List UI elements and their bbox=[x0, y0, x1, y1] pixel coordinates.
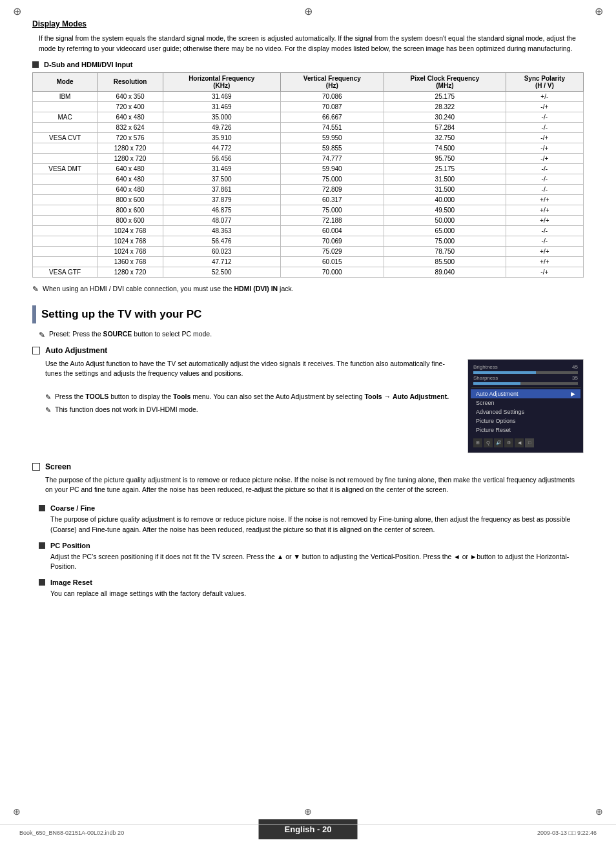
tools-note-item: ✎ Press the TOOLS button to display the … bbox=[45, 392, 457, 402]
table-cell-mode bbox=[33, 194, 98, 205]
pc-position-header: PC Position bbox=[39, 542, 584, 549]
table-cell-mode bbox=[33, 236, 98, 246]
table-cell-value: 44.772 bbox=[163, 143, 281, 153]
table-cell-value: 60.317 bbox=[280, 194, 384, 205]
display-modes-table: Mode Resolution Horizontal Frequency(KHz… bbox=[32, 72, 584, 278]
table-row: 800 x 60037.87960.31740.000+/+ bbox=[33, 194, 584, 205]
table-row: 640 x 48037.86172.80931.500-/- bbox=[33, 184, 584, 194]
table-cell-mode bbox=[33, 225, 98, 236]
top-center-crosshair-icon: ⊕ bbox=[304, 5, 313, 17]
table-cell-value: -/+ bbox=[506, 101, 583, 112]
table-cell-value: 59.855 bbox=[280, 143, 384, 153]
table-cell-mode bbox=[33, 246, 98, 256]
pc-position-label: PC Position bbox=[50, 542, 90, 549]
table-row: 1280 x 72056.45674.77795.750-/+ bbox=[33, 153, 584, 163]
auto-adjustment-subsection: Auto Adjustment Use the Auto Adjust func… bbox=[32, 346, 584, 453]
table-cell-value: 75.000 bbox=[280, 174, 384, 184]
table-row: 800 x 60046.87575.00049.500+/+ bbox=[33, 205, 584, 215]
table-cell-value: 66.667 bbox=[280, 112, 384, 122]
menu-auto-adjustment-item: Auto Adjustment ▶ bbox=[471, 389, 580, 398]
image-reset-label: Image Reset bbox=[50, 578, 92, 586]
screen-body: The purpose of the picture quality adjus… bbox=[45, 475, 584, 496]
menu-sharpness-label-row: Sharpness 35 bbox=[471, 374, 580, 382]
table-cell-value: 70.087 bbox=[280, 101, 384, 112]
table-cell-value: 32.750 bbox=[384, 132, 506, 143]
table-cell-value: 47.712 bbox=[163, 256, 281, 267]
table-cell-value: 49.500 bbox=[384, 205, 506, 215]
menu-sharpness-fill bbox=[473, 382, 520, 385]
table-cell-value: +/+ bbox=[506, 205, 583, 215]
table-cell-resolution: 640 x 480 bbox=[98, 112, 163, 122]
menu-icon-2: Q bbox=[484, 438, 493, 447]
table-cell-value: +/+ bbox=[506, 246, 583, 256]
page-footer: Book_650_BN68-02151A-00L02.indb 20 2009-… bbox=[0, 824, 616, 836]
table-cell-mode: VESA CVT bbox=[33, 132, 98, 143]
screen-body-text: The purpose of the picture quality adjus… bbox=[45, 475, 584, 496]
table-cell-value: 75.029 bbox=[280, 246, 384, 256]
screen-subsection: Screen The purpose of the picture qualit… bbox=[32, 462, 584, 496]
table-cell-value: -/- bbox=[506, 236, 583, 246]
table-cell-value: 60.015 bbox=[280, 256, 384, 267]
image-reset-bullet-icon bbox=[39, 579, 45, 586]
table-cell-value: 74.551 bbox=[280, 122, 384, 132]
section-bar-accent bbox=[32, 305, 36, 323]
table-cell-value: 60.004 bbox=[280, 225, 384, 236]
table-cell-mode bbox=[33, 205, 98, 215]
table-cell-mode bbox=[33, 256, 98, 267]
menu-ui-image: Brightness 45 Sharpness 35 bbox=[467, 359, 584, 453]
screen-title: Screen bbox=[45, 462, 71, 471]
table-cell-value: -/- bbox=[506, 122, 583, 132]
table-cell-resolution: 1024 x 768 bbox=[98, 236, 163, 246]
table-row: 720 x 40031.46970.08728.322-/+ bbox=[33, 101, 584, 112]
table-header: Mode Resolution Horizontal Frequency(KHz… bbox=[33, 72, 584, 91]
table-cell-value: 50.000 bbox=[384, 215, 506, 225]
table-cell-resolution: 720 x 400 bbox=[98, 101, 163, 112]
table-cell-resolution: 1024 x 768 bbox=[98, 246, 163, 256]
table-cell-value: 30.240 bbox=[384, 112, 506, 122]
menu-brightness-slider bbox=[473, 371, 578, 374]
table-cell-value: 56.456 bbox=[163, 153, 281, 163]
menu-picture-reset-item: Picture Reset bbox=[471, 425, 580, 435]
table-cell-value: -/- bbox=[506, 112, 583, 122]
table-cell-value: 59.940 bbox=[280, 163, 384, 174]
preset-note-icon: ✎ bbox=[39, 331, 45, 340]
screen-header: Screen bbox=[32, 462, 584, 471]
table-cell-resolution: 800 x 600 bbox=[98, 194, 163, 205]
table-cell-resolution: 800 x 600 bbox=[98, 215, 163, 225]
table-cell-value: 59.950 bbox=[280, 132, 384, 143]
page: ⊕ ⊕ ⊕ Display Modes If the signal from t… bbox=[0, 0, 616, 849]
table-cell-mode: IBM bbox=[33, 91, 98, 101]
table-cell-value: +/+ bbox=[506, 256, 583, 267]
preset-note-text: Preset: Press the SOURCE button to selec… bbox=[49, 330, 212, 338]
table-cell-value: 75.000 bbox=[280, 205, 384, 215]
table-cell-resolution: 1280 x 720 bbox=[98, 153, 163, 163]
table-cell-value: 35.910 bbox=[163, 132, 281, 143]
table-cell-value: -/- bbox=[506, 225, 583, 236]
table-row: VESA CVT720 x 57635.91059.95032.750-/+ bbox=[33, 132, 584, 143]
menu-screen-item: Screen bbox=[471, 398, 580, 407]
coarse-fine-text: The purpose of picture quality adjustmen… bbox=[50, 515, 584, 535]
col-pixel-clock: Pixel Clock Frequency(MHz) bbox=[384, 72, 506, 91]
table-cell-value: 49.726 bbox=[163, 122, 281, 132]
table-cell-value: 72.188 bbox=[280, 215, 384, 225]
pc-position-bullet-icon bbox=[39, 542, 45, 549]
bottom-left-crosshair-icon: ⊕ bbox=[13, 806, 21, 817]
table-cell-value: +/- bbox=[506, 91, 583, 101]
table-row: 1360 x 76847.71260.01585.500+/+ bbox=[33, 256, 584, 267]
table-cell-value: 89.040 bbox=[384, 267, 506, 277]
preset-note: ✎ Preset: Press the SOURCE button to sel… bbox=[39, 330, 584, 340]
table-cell-value: -/- bbox=[506, 174, 583, 184]
table-cell-value: 28.322 bbox=[384, 101, 506, 112]
dvi-note-icon: ✎ bbox=[45, 405, 51, 415]
table-cell-value: 72.809 bbox=[280, 184, 384, 194]
table-cell-value: 70.000 bbox=[280, 267, 384, 277]
col-mode: Mode bbox=[33, 72, 98, 91]
menu-icon-5: ◀ bbox=[515, 438, 524, 447]
col-resolution: Resolution bbox=[98, 72, 163, 91]
table-cell-value: 31.469 bbox=[163, 163, 281, 174]
table-cell-resolution: 640 x 480 bbox=[98, 184, 163, 194]
dvi-note-item: ✎ This function does not work in DVI-HDM… bbox=[45, 405, 457, 415]
screen-checkbox-icon bbox=[32, 463, 40, 471]
setting-section-title: Setting up the TV with your PC bbox=[41, 308, 201, 321]
col-sync: Sync Polarity(H / V) bbox=[506, 72, 583, 91]
